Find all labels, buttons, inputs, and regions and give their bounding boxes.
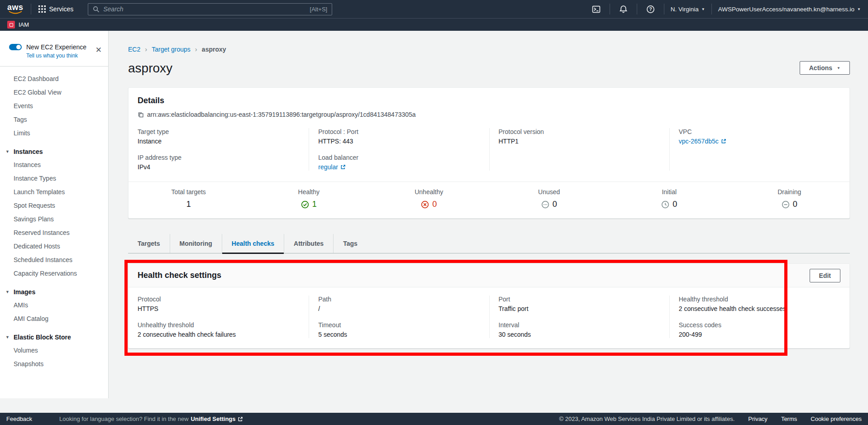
stat-label: Healthy — [249, 188, 369, 196]
footer-link-terms[interactable]: Terms — [781, 415, 797, 422]
sidebar-item-scheduled-instances[interactable]: Scheduled Instances — [0, 253, 108, 267]
field-label: Timeout — [318, 321, 480, 329]
edit-button[interactable]: Edit — [810, 269, 840, 282]
breadcrumb-ec2[interactable]: EC2 — [128, 46, 140, 53]
account-menu[interactable]: AWSPowerUserAccess/navaneeth.kn@harness.… — [718, 6, 861, 13]
ec2-sidebar: New EC2 Experience Tell us what you thin… — [0, 31, 109, 398]
tell-us-link[interactable]: Tell us what you think — [26, 53, 101, 59]
stat-value: 0 — [609, 200, 730, 209]
footer-link-cookie-preferences[interactable]: Cookie preferences — [811, 415, 862, 422]
close-icon[interactable]: ✕ — [95, 45, 102, 55]
field-port: PortTraffic port — [499, 296, 660, 312]
unified-settings-link[interactable]: Unified Settings — [191, 415, 243, 422]
actions-label: Actions — [809, 64, 832, 72]
field-path: Path/ — [318, 296, 480, 312]
sidebar-item-ec2-global-view[interactable]: EC2 Global View — [0, 86, 108, 99]
field-label: IP address type — [138, 154, 300, 161]
details-panel: Details arn:aws:elasticloadbalancing:us-… — [128, 87, 850, 219]
stat-value: 1 — [129, 200, 249, 209]
nav-divider — [664, 4, 664, 14]
sidebar-item-ec2-dashboard[interactable]: EC2 Dashboard — [0, 72, 108, 86]
search-box[interactable]: [Alt+S] — [88, 3, 332, 15]
new-experience-toggle[interactable] — [9, 44, 22, 50]
sidebar-item-amis[interactable]: AMIs — [0, 298, 108, 312]
stat-initial: Initial0 — [609, 188, 730, 209]
field-value: 200-499 — [679, 331, 840, 338]
sidebar-item-launch-templates[interactable]: Launch Templates — [0, 185, 108, 199]
svg-text:?: ? — [649, 6, 652, 12]
sidebar-item-tags[interactable]: Tags — [0, 113, 108, 126]
language-text: Looking for language selection? Find it … — [59, 415, 188, 422]
sidebar-item-events[interactable]: Events — [0, 99, 108, 113]
sidebar-section-instances[interactable]: ▼Instances — [0, 145, 108, 158]
footer-legal-links: PrivacyTermsCookie preferences — [748, 415, 862, 422]
caret-down-icon: ▼ — [857, 7, 861, 11]
sidebar-section-elastic-block-store[interactable]: ▼Elastic Block Store — [0, 331, 108, 344]
services-menu-button[interactable]: Services — [31, 0, 81, 18]
field-label: Protocol : Port — [318, 128, 480, 135]
field-protocol-version: Protocol versionHTTP1 — [499, 128, 660, 145]
tab-tags[interactable]: Tags — [333, 234, 367, 253]
search-input[interactable] — [103, 5, 310, 13]
stat-label: Total targets — [129, 188, 249, 196]
tab-health-checks[interactable]: Health checks — [222, 234, 284, 253]
aws-logo[interactable]: aws — [7, 4, 24, 14]
notifications-bell-icon — [619, 5, 628, 14]
feedback-link[interactable]: Feedback — [6, 415, 32, 422]
caret-down-icon: ▼ — [701, 7, 705, 11]
field-value: 5 seconds — [318, 331, 480, 338]
nav-divider — [711, 4, 712, 14]
sidebar-item-limits[interactable]: Limits — [0, 126, 108, 140]
stat-number: 0 — [432, 200, 437, 209]
tab-bar: TargetsMonitoringHealth checksAttributes… — [128, 234, 850, 253]
cloudshell-terminal-icon — [592, 5, 601, 14]
notifications-button[interactable] — [616, 5, 630, 14]
caret-down-icon: ▼ — [837, 66, 840, 70]
cloudshell-button[interactable] — [589, 5, 603, 14]
breadcrumb-separator-icon: › — [145, 45, 147, 53]
field-value: HTTP1 — [499, 138, 660, 145]
sidebar-item-ami-catalog[interactable]: AMI Catalog — [0, 312, 108, 325]
help-button[interactable]: ? — [644, 5, 658, 14]
health-check-panel: Health check settings Edit ProtocolHTTPS… — [128, 263, 850, 349]
sidebar-item-instances[interactable]: Instances — [0, 158, 108, 172]
favorites-items: IAM — [7, 21, 29, 29]
tab-attributes[interactable]: Attributes — [284, 234, 333, 253]
help-icon: ? — [646, 5, 655, 14]
sidebar-item-volumes[interactable]: Volumes — [0, 344, 108, 357]
nav-divider — [637, 4, 637, 14]
sidebar-item-instance-types[interactable]: Instance Types — [0, 172, 108, 185]
link-regular[interactable]: regular — [318, 163, 346, 171]
sidebar-item-savings-plans[interactable]: Savings Plans — [0, 212, 108, 226]
details-title: Details — [138, 96, 840, 105]
footer-link-privacy[interactable]: Privacy — [748, 415, 768, 422]
sidebar-item-dedicated-hosts[interactable]: Dedicated Hosts — [0, 239, 108, 253]
sidebar-section-images[interactable]: ▼Images — [0, 286, 108, 298]
favorites-item-iam[interactable]: IAM — [7, 21, 29, 29]
field-column: Target typeInstanceIP address typeIPv4 — [129, 128, 309, 171]
field-healthy-threshold: Healthy threshold2 consecutive health ch… — [679, 296, 840, 312]
services-grid-icon — [38, 5, 46, 13]
copy-arn-button[interactable] — [138, 111, 144, 118]
search-icon — [93, 6, 100, 13]
breadcrumb-target-groups[interactable]: Target groups — [152, 46, 191, 53]
page-title: asproxy — [128, 61, 172, 76]
field-value: 2 consecutive health check failures — [138, 331, 300, 338]
region-selector[interactable]: N. Virginia ▼ — [671, 6, 705, 13]
field-column: PortTraffic portInterval30 seconds — [489, 296, 669, 338]
field-protocol: ProtocolHTTPS — [138, 296, 300, 312]
tab-targets[interactable]: Targets — [128, 234, 170, 253]
aws-smile-icon — [8, 11, 23, 14]
actions-button[interactable]: Actions ▼ — [800, 61, 850, 75]
link-vpc-2657db5c[interactable]: vpc-2657db5c — [679, 138, 726, 145]
sidebar-item-reserved-instances[interactable]: Reserved Instances — [0, 226, 108, 239]
stat-unused: Unused0 — [489, 188, 610, 209]
sidebar-item-spot-requests[interactable]: Spot Requests — [0, 199, 108, 212]
tab-monitoring[interactable]: Monitoring — [170, 234, 222, 253]
sidebar-item-snapshots[interactable]: Snapshots — [0, 357, 108, 371]
sidebar-item-capacity-reservations[interactable]: Capacity Reservations — [0, 267, 108, 280]
region-label: N. Virginia — [671, 6, 699, 13]
breadcrumb-separator-icon: › — [195, 45, 197, 53]
aws-logo-text: aws — [7, 4, 24, 11]
favorites-item-label: IAM — [19, 21, 29, 28]
